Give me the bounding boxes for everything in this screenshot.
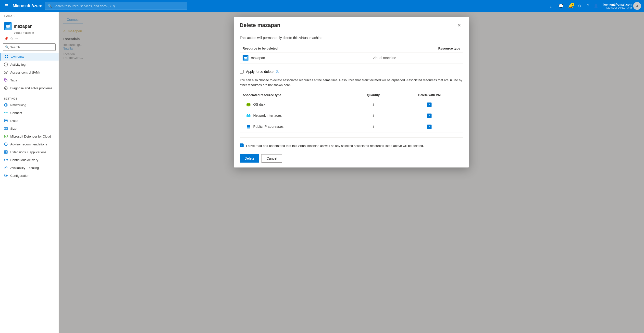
vm-icon-svg	[6, 24, 10, 29]
sidebar-search-input[interactable]	[10, 45, 54, 49]
sidebar-item-defender[interactable]: Microsoft Defender for Cloud	[0, 132, 58, 140]
associated-desc: You can also choose to delete associated…	[240, 78, 463, 87]
sidebar-item-continuous-delivery[interactable]: Continuous delivery	[0, 156, 58, 164]
sidebar-item-tags[interactable]: Tags	[0, 76, 58, 84]
help-icon[interactable]: ?	[584, 2, 590, 10]
disks-icon	[4, 119, 8, 123]
os-disk-expand-icon[interactable]: ›	[242, 103, 244, 106]
assoc-row-public-ip: › Public IP addresses 1 ✓	[240, 121, 463, 132]
resource-header: mazapan	[0, 20, 58, 31]
svg-rect-37	[244, 57, 247, 59]
resource-row-name: mazapan	[251, 56, 265, 60]
overview-icon	[4, 55, 8, 59]
svg-point-41	[246, 105, 250, 106]
global-search-input[interactable]	[54, 4, 184, 8]
access-control-label: Access control (IAM)	[10, 71, 40, 74]
nav-icon-group: ⬚ 💬 🔔 1 ⚙ ? 👤 joemont@gmail.com DEFAULT …	[548, 2, 641, 10]
delete-button[interactable]: Delete	[240, 154, 259, 163]
assoc-col1-header: Associated resource type	[240, 91, 351, 99]
svg-rect-42	[246, 115, 250, 117]
resource-name: mazapan	[14, 24, 32, 29]
assoc-row-os-disk: › OS disk 1 ✓	[240, 99, 463, 110]
confirm-checkbox[interactable]: ✓	[240, 143, 244, 147]
svg-rect-3	[5, 55, 6, 56]
svg-point-18	[6, 112, 8, 113]
networking-icon	[4, 103, 8, 107]
svg-rect-46	[247, 127, 250, 129]
cancel-button[interactable]: Cancel	[261, 154, 282, 163]
network-delete-checkbox[interactable]: ✓	[427, 114, 432, 118]
hamburger-menu[interactable]: ☰	[3, 2, 10, 10]
pin-icon[interactable]: 📌	[4, 37, 8, 41]
activity-log-label: Activity log	[10, 63, 26, 67]
os-disk-quantity: 1	[351, 99, 396, 110]
force-delete-checkbox[interactable]	[240, 70, 244, 74]
sidebar-item-size[interactable]: Size	[0, 125, 58, 132]
svg-rect-5	[5, 57, 6, 58]
overview-label: Overview	[11, 55, 24, 59]
breadcrumb-separator: ›	[14, 14, 14, 18]
action-buttons: Delete Cancel	[240, 151, 463, 164]
app-name: Microsoft Azure	[13, 4, 42, 8]
activity-log-icon	[4, 63, 8, 67]
sidebar-search-box[interactable]: 🔍	[3, 43, 56, 51]
defender-icon	[4, 134, 8, 138]
content-area: Connect ⚠ mazapan Essentials Resource gr…	[59, 12, 644, 333]
global-search-bar[interactable]: 🔍	[45, 2, 187, 10]
breadcrumb[interactable]: Home ›	[0, 12, 58, 20]
svg-point-22	[4, 121, 7, 122]
settings-divider	[4, 93, 55, 93]
notification-icon[interactable]: 🔔 1	[566, 2, 575, 10]
sidebar-item-advisor[interactable]: Advisor recommendations	[0, 140, 58, 148]
main-layout: Home › mazapan Virtual machine 📌 ☆ ··· 🔍	[0, 12, 644, 333]
public-ip-icon	[246, 124, 251, 129]
svg-rect-31	[6, 151, 7, 152]
search-icon: 🔍	[48, 4, 52, 8]
top-navigation: ☰ Microsoft Azure 🔍 ⬚ 💬 🔔 1 ⚙ ? 👤 joemon…	[0, 0, 644, 12]
sidebar-item-diagnose[interactable]: Diagnose and solve problems	[0, 84, 58, 92]
force-delete-info-icon[interactable]: ⓘ	[276, 69, 279, 74]
modal-close-button[interactable]: ✕	[456, 22, 463, 29]
advisor-label: Advisor recommendations	[10, 142, 47, 146]
svg-rect-2	[6, 28, 9, 28]
feedback-icon[interactable]: 💬	[556, 2, 565, 10]
user-avatar[interactable]: J	[633, 2, 641, 10]
resource-delete-row: mazapan Virtual machine	[240, 53, 463, 64]
defender-label: Microsoft Defender for Cloud	[10, 135, 51, 138]
network-quantity: 1	[351, 110, 396, 121]
extensions-label: Extensions + applications	[10, 150, 46, 154]
star-icon[interactable]: ☆	[10, 37, 13, 41]
sidebar-item-disks[interactable]: Disks	[0, 117, 58, 125]
more-icon[interactable]: ···	[15, 37, 18, 41]
cloud-shell-icon[interactable]: ⬚	[548, 2, 556, 10]
resource-type-col-header: Resource type	[370, 45, 463, 53]
configuration-icon	[4, 174, 8, 178]
sidebar-item-configuration[interactable]: Configuration	[0, 172, 58, 179]
public-ip-delete-checkbox[interactable]: ✓	[427, 125, 432, 129]
assoc-col2-header: Quantity	[351, 91, 396, 99]
sidebar-item-overview[interactable]: Overview	[0, 53, 58, 61]
settings-section-label: Settings	[0, 94, 58, 101]
diagnose-label: Diagnose and solve problems	[10, 86, 52, 90]
sidebar-item-networking[interactable]: Networking	[0, 101, 58, 109]
sidebar-item-availability[interactable]: Availability + scaling	[0, 164, 58, 172]
sidebar-item-activity-log[interactable]: Activity log	[0, 61, 58, 68]
force-delete-row: Apply force delete ⓘ	[240, 68, 463, 78]
sidebar-item-extensions[interactable]: Extensions + applications	[0, 148, 58, 156]
settings-icon[interactable]: ⚙	[576, 2, 584, 10]
svg-rect-23	[4, 128, 8, 130]
modal-body: This action will permanently delete this…	[234, 32, 469, 167]
resource-row-type: Virtual machine	[370, 53, 463, 64]
network-expand-icon[interactable]: ›	[242, 114, 244, 117]
size-label: Size	[10, 127, 16, 130]
user-info[interactable]: joemont@gmail.com DEFAULT DIRECTORY	[603, 3, 632, 9]
confirm-text: I have read and understand that this vir…	[246, 143, 424, 148]
public-ip-expand-icon[interactable]: ›	[242, 125, 244, 128]
connect-icon	[4, 111, 8, 115]
breadcrumb-home[interactable]: Home	[4, 14, 12, 18]
sidebar-item-access-control[interactable]: Access control (IAM)	[0, 68, 58, 76]
continuous-delivery-label: Continuous delivery	[10, 158, 38, 162]
os-disk-delete-checkbox[interactable]: ✓	[427, 103, 432, 107]
sidebar-item-connect[interactable]: Connect	[0, 109, 58, 117]
directory-icon[interactable]: 👤	[592, 2, 600, 10]
